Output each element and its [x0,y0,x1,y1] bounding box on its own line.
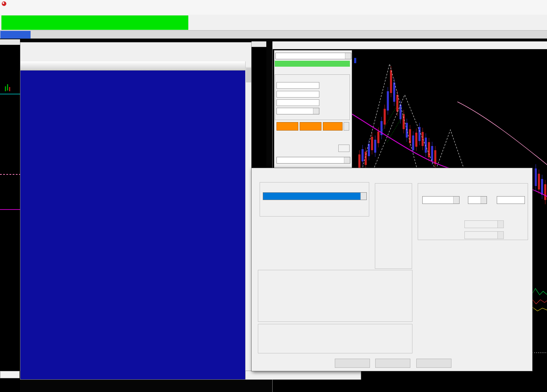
toolbar [0,15,547,31]
bottom-window-title-fragment [245,371,361,380]
quantity-dropdown[interactable] [275,53,351,59]
time-and-sales-settings-dialog [251,168,533,371]
highlight-alert-group [418,183,528,240]
trade-panel-tabs [275,67,352,74]
chartbook-tab-bar [0,31,547,39]
menu-bar [0,7,547,15]
account-dropdown[interactable] [276,108,319,114]
combine-records-dropdown[interactable] [263,192,367,200]
order-type-dropdown[interactable] [276,157,350,164]
datafeed-status [1,15,188,30]
symbol-tab-fuscl[interactable] [0,371,20,378]
chevron-down-icon[interactable] [313,108,319,114]
vertical-scrollbar[interactable] [245,61,251,379]
target-stops-status [275,61,350,67]
combine-records-group [260,182,369,217]
app-title-bar [0,0,547,7]
trade-panel [274,50,352,171]
chart-overlay-line2 [354,58,356,63]
bid-trade-alert-dropdown[interactable] [464,220,504,228]
ts-table-body [20,71,245,379]
chevron-down-icon[interactable] [497,232,503,239]
pl-field [276,91,319,98]
toolbar-buttons [190,15,547,30]
chevron-down-icon[interactable] [481,197,487,204]
breakeven-button[interactable] [338,145,350,152]
m-button[interactable] [344,122,349,131]
scrollbar-thumb[interactable] [246,68,251,82]
scroll-up-icon[interactable] [246,61,251,67]
ts-window-title-bar[interactable] [20,42,251,52]
by-field-dropdown[interactable] [422,196,460,204]
bottom-black-strip [0,380,272,392]
cancel-all-button[interactable] [323,122,343,131]
ask-trade-alert-dropdown[interactable] [464,231,504,239]
highlight-value-input[interactable] [497,196,525,204]
cancel-button[interactable] [375,359,410,368]
condition-dropdown[interactable] [468,196,487,204]
position-field[interactable] [276,82,319,89]
columns-group [375,183,412,269]
flatten-button[interactable] [276,122,298,131]
dpl-field [276,99,319,106]
chart-window-title-bar[interactable] [273,41,547,49]
input-filtering-group [258,270,412,322]
left-chart-window [0,39,20,392]
ts-window-menu [20,52,251,61]
tab-cl-qm[interactable] [0,31,31,39]
dpl-badge [354,58,356,63]
ts-table-header [20,61,245,71]
strip-title-bar [252,41,266,47]
left-window-title-bar [0,39,20,45]
apply-button[interactable] [416,359,451,368]
chevron-down-icon[interactable] [453,197,459,204]
chevron-down-icon[interactable] [497,221,503,228]
combined-filtering-group [258,324,412,353]
chevron-down-icon[interactable] [345,53,351,59]
sierra-chart-logo-icon [2,1,6,6]
chevron-down-icon[interactable] [360,193,366,200]
time-and-sales-window [20,42,252,380]
ok-button[interactable] [335,359,370,368]
left-chart-canvas [0,45,20,392]
reverse-button[interactable] [300,122,321,131]
chevron-down-icon[interactable] [344,157,350,163]
